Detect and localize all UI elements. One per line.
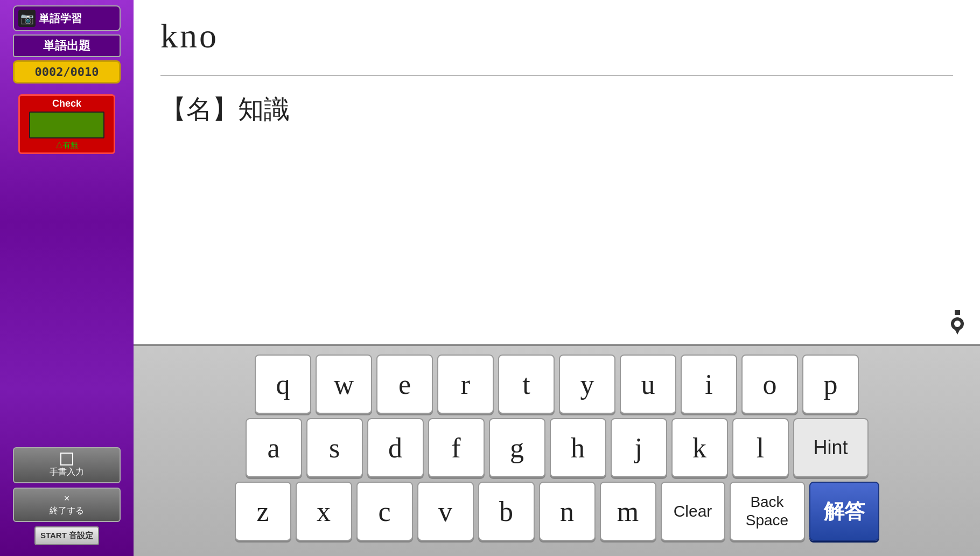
- key-i[interactable]: i: [681, 355, 737, 414]
- key-l[interactable]: l: [732, 418, 789, 477]
- key-e[interactable]: e: [376, 355, 433, 414]
- key-v[interactable]: v: [417, 482, 474, 541]
- handwrite-label: 手書入力: [50, 467, 84, 478]
- quit-label: 終了する: [50, 505, 84, 517]
- key-b[interactable]: b: [478, 482, 535, 541]
- check-label: Check: [52, 98, 81, 109]
- key-j[interactable]: j: [611, 418, 667, 477]
- word-meaning: 【名】知識: [160, 92, 953, 127]
- hint-button[interactable]: Hint: [793, 418, 869, 477]
- keyboard-area: q w e r t y u i o p a s d f g h j k l Hi…: [134, 344, 980, 556]
- key-p[interactable]: p: [802, 355, 859, 414]
- svg-point-2: [954, 321, 961, 327]
- sidebar: 📷 単語学習 単語出題 0002/0010 Check △有無 手書入力 × 終…: [0, 0, 134, 556]
- key-t[interactable]: t: [498, 355, 555, 414]
- keyboard-row-2: a s d f g h j k l Hint: [144, 418, 969, 477]
- progress-counter: 0002/0010: [13, 60, 121, 84]
- key-u[interactable]: u: [620, 355, 676, 414]
- answer-button[interactable]: 解答: [809, 482, 879, 541]
- key-d[interactable]: d: [367, 418, 424, 477]
- key-z[interactable]: z: [235, 482, 291, 541]
- svg-marker-1: [954, 328, 961, 335]
- key-o[interactable]: o: [741, 355, 798, 414]
- quit-icon: ×: [64, 493, 70, 504]
- key-r[interactable]: r: [437, 355, 494, 414]
- start-label: START: [40, 531, 67, 540]
- pin-icon: [948, 316, 967, 336]
- key-f[interactable]: f: [428, 418, 485, 477]
- key-n[interactable]: n: [539, 482, 596, 541]
- sound-label: 音設定: [69, 531, 93, 540]
- key-g[interactable]: g: [489, 418, 545, 477]
- word-area: kno 【名】知識: [134, 0, 980, 344]
- key-k[interactable]: k: [671, 418, 728, 477]
- handwrite-icon: [60, 453, 73, 465]
- info-icon-container: [948, 310, 967, 336]
- app-icon: 📷: [18, 10, 36, 27]
- pin-dot: [955, 310, 960, 315]
- key-a[interactable]: a: [246, 418, 302, 477]
- word-divider: [160, 75, 953, 76]
- backspace-button[interactable]: BackSpace: [730, 482, 805, 541]
- key-w[interactable]: w: [316, 355, 372, 414]
- quit-button[interactable]: × 終了する: [13, 488, 121, 522]
- check-widget[interactable]: Check △有無: [18, 94, 115, 154]
- check-screen: [29, 112, 104, 138]
- word-input: kno: [160, 16, 953, 65]
- key-y[interactable]: y: [559, 355, 615, 414]
- sidebar-bottom: 手書入力 × 終了する START 音設定: [0, 447, 134, 551]
- keyboard-row-1: q w e r t y u i o p: [144, 355, 969, 414]
- check-triangle: △有無: [55, 141, 78, 150]
- app-header: 📷 単語学習: [13, 5, 121, 31]
- clear-button[interactable]: Clear: [661, 482, 725, 541]
- key-h[interactable]: h: [550, 418, 606, 477]
- app-title: 単語学習: [39, 11, 82, 26]
- key-m[interactable]: m: [600, 482, 656, 541]
- handwrite-button[interactable]: 手書入力: [13, 447, 121, 483]
- mode-label: 単語出題: [13, 34, 121, 57]
- keyboard-row-3: z x c v b n m Clear BackSpace 解答: [144, 482, 969, 541]
- key-s[interactable]: s: [306, 418, 363, 477]
- key-c[interactable]: c: [356, 482, 413, 541]
- main-area: kno 【名】知識 q w e r t y u i o p: [134, 0, 980, 556]
- key-q[interactable]: q: [255, 355, 311, 414]
- start-button[interactable]: START 音設定: [34, 526, 99, 545]
- key-x[interactable]: x: [296, 482, 352, 541]
